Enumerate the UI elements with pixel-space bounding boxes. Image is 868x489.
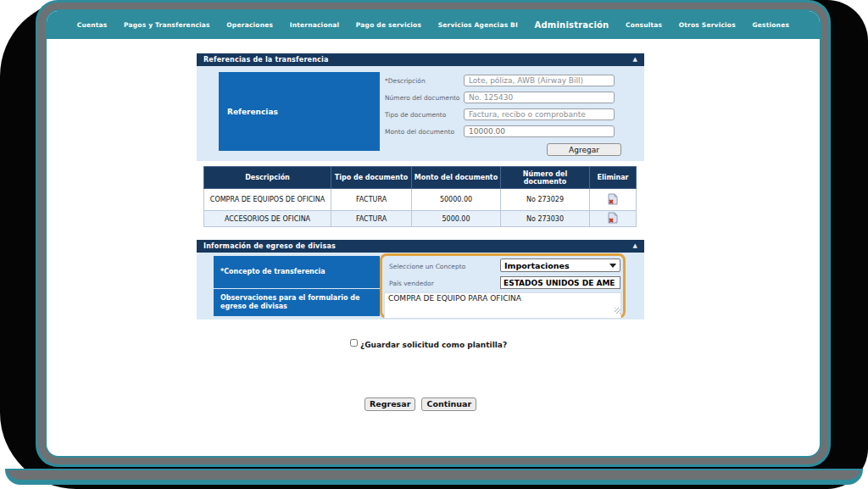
delete-document-icon[interactable] (608, 212, 618, 224)
continuar-button[interactable]: Continuar (421, 397, 476, 411)
section-title: Referencias de la transferencia (203, 56, 329, 64)
nav-item-consultas[interactable]: Consultas (626, 21, 662, 29)
numero-documento-input[interactable] (464, 92, 615, 103)
col-numero-documento: Número del documento (501, 167, 590, 189)
col-descripcion: Descripción (204, 167, 331, 189)
nav-item-cuentas[interactable]: Cuentas (77, 21, 108, 29)
screen-edge: Cuentas Pagos y Transferencias Operacion… (45, 9, 821, 458)
section-title: Información de egreso de divisas (203, 242, 336, 250)
save-template-checkbox[interactable] (350, 339, 358, 347)
nav-item-pagos-y-transferencias[interactable]: Pagos y Transferencias (124, 21, 210, 29)
table-row: COMPRA DE EQUIPOS DE OFICINA FACTURA 500… (204, 189, 637, 211)
save-template-row: ¿Guardar solicitud como plantilla? (350, 339, 507, 349)
pais-vendedor-label: País vendedor (389, 280, 434, 287)
screen-bezel: Cuentas Pagos y Transferencias Operacion… (38, 3, 828, 464)
textarea-resize-handle[interactable] (615, 308, 620, 314)
chevron-down-icon (609, 264, 616, 268)
col-eliminar: Eliminar (590, 167, 637, 189)
monto-documento-label: Monto del documento (385, 128, 464, 136)
browser-viewport: Cuentas Pagos y Transferencias Operacion… (47, 11, 820, 456)
tipo-documento-input[interactable] (464, 108, 615, 120)
tipo-documento-label: Tipo de documento (385, 111, 464, 119)
col-tipo-documento: Tipo de documento (331, 167, 412, 189)
laptop-mockup: Cuentas Pagos y Transferencias Operacion… (0, 0, 868, 489)
documents-table: Descripción Tipo de documento Monto del … (203, 166, 637, 227)
nav-item-pago-de-servicios[interactable]: Pago de servicios (356, 21, 421, 29)
pais-vendedor-input[interactable] (500, 276, 620, 289)
field-row-monto-documento: Monto del documento (385, 123, 621, 140)
referencias-fields: *Descripción Número del documento Tipo d… (385, 72, 621, 161)
nav-item-administracion[interactable]: Administración (535, 20, 609, 30)
descripcion-label: *Descripción (385, 77, 464, 85)
nav-item-gestiones[interactable]: Gestiones (752, 21, 789, 29)
egreso-form: *Concepto de transferencia Observaciones… (197, 253, 644, 320)
concepto-select[interactable]: Importaciones (500, 258, 620, 272)
observaciones-label: Observaciones para el formulario de egre… (214, 289, 380, 316)
laptop-base (5, 469, 863, 485)
collapse-icon[interactable]: ▲ (633, 243, 637, 249)
field-row-descripcion: *Descripción (385, 72, 621, 89)
delete-document-icon[interactable] (608, 193, 618, 205)
highlighted-fields-group: Seleccione un Concepto Importaciones Paí… (380, 253, 626, 319)
laptop-screen-frame: Cuentas Pagos y Transferencias Operacion… (36, 0, 831, 467)
col-monto-documento: Monto del documento (412, 167, 501, 189)
monto-documento-input[interactable] (464, 125, 615, 137)
nav-item-operaciones[interactable]: Operaciones (226, 21, 273, 29)
referencias-row-label: Referencias (219, 72, 380, 151)
numero-documento-label: Número del documento (385, 94, 464, 102)
nav-item-otros-servicios[interactable]: Otros Servicios (679, 21, 736, 29)
section-header-referencias: Referencias de la transferencia ▲ (197, 53, 644, 66)
collapse-icon[interactable]: ▲ (633, 57, 637, 63)
field-row-numero-documento: Número del documento (385, 89, 621, 106)
agregar-button[interactable]: Agregar (547, 143, 621, 156)
nav-item-internacional[interactable]: Internacional (290, 21, 340, 29)
save-template-label: ¿Guardar solicitud como plantilla? (360, 341, 507, 349)
seleccione-concepto-label: Seleccione un Concepto (389, 263, 465, 270)
field-row-tipo-documento: Tipo de documento (385, 106, 621, 123)
section-header-egreso-divisas: Información de egreso de divisas ▲ (197, 240, 644, 253)
table-header-row: Descripción Tipo de documento Monto del … (204, 167, 637, 189)
action-buttons: Regresar Continuar (197, 394, 644, 411)
concepto-transferencia-label: *Concepto de transferencia (214, 256, 380, 288)
main-nav: Cuentas Pagos y Transferencias Operacion… (47, 11, 820, 39)
observaciones-textarea[interactable]: COMPRA DE EQUIPO PARA OFICINA (384, 292, 621, 319)
referencias-form: Referencias *Descripción Número del docu… (197, 66, 644, 161)
descripcion-input[interactable] (464, 75, 615, 86)
regresar-button[interactable]: Regresar (364, 397, 415, 411)
nav-item-servicios-agencias-bi[interactable]: Servicios Agencias BI (438, 21, 518, 29)
table-row: ACCESORIOS DE OFICINA FACTURA 5000.00 No… (204, 211, 637, 227)
